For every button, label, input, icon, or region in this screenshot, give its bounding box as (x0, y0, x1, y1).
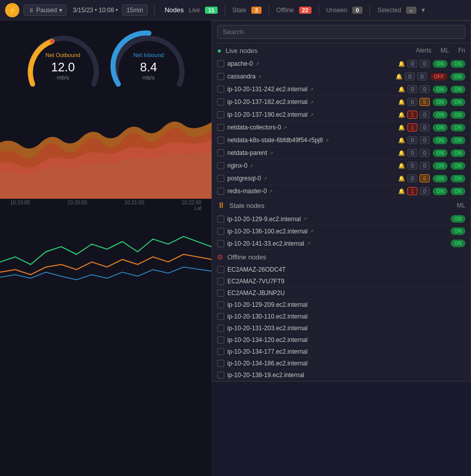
fn-toggle[interactable]: ON (451, 188, 465, 195)
node-row-netdata-parent[interactable]: netdata-parent ↗ 🔔 0 0 ON ON (212, 147, 470, 160)
node-checkbox-netdata-parent[interactable] (217, 149, 224, 156)
pause-icon: ⏸ (28, 7, 34, 14)
node-row-postgresql[interactable]: postgresql-0 ↗ 🔔 0 6 ON ON (212, 172, 470, 185)
ml-toggle[interactable]: ON (433, 175, 448, 182)
warn-count: 0 (407, 85, 417, 93)
gauge-2-number: 8.4 (134, 60, 164, 74)
node-checkbox-offline-8[interactable] (217, 348, 224, 355)
ml-toggle[interactable]: ON (433, 188, 448, 195)
ml-toggle[interactable]: ON (433, 111, 448, 119)
node-row-stale-2[interactable]: ip-10-20-136-100.ec2.internal ↗ ON (212, 225, 470, 237)
node-row-offline-7[interactable]: ip-10-20-134-120.ec2.internal (212, 334, 470, 346)
node-row-redis[interactable]: redis-master-0 ↗ 🔔 1 0 ON ON (212, 185, 470, 198)
node-checkbox-postgresql[interactable] (217, 175, 224, 182)
node-row-offline-1[interactable]: EC2AMAZ-26ODC4T (212, 264, 470, 276)
bell-icon: 🔔 (398, 61, 405, 67)
crit-count: 5 (420, 98, 430, 106)
node-checkbox-netdata-k8s[interactable] (217, 137, 224, 144)
fn-toggle[interactable]: ON (451, 111, 465, 119)
node-checkbox-stale-1[interactable] (217, 216, 224, 223)
fn-toggle-apache[interactable]: ON (451, 60, 465, 68)
node-checkbox-offline-5[interactable] (217, 313, 224, 320)
link-icon: ↗ (269, 150, 273, 156)
duration-button[interactable]: 15min (122, 5, 148, 16)
node-checkbox-nginx[interactable] (217, 162, 224, 169)
ml-toggle[interactable]: ON (433, 124, 448, 131)
bell-icon: 🔔 (398, 112, 405, 118)
node-name-redis: redis-master-0 ↗ (227, 188, 391, 195)
node-checkbox-ip-137-190[interactable] (217, 111, 224, 118)
fn-toggle-stale-3[interactable]: ON (451, 240, 465, 247)
search-input[interactable] (217, 25, 465, 39)
node-checkbox-apache[interactable] (217, 60, 224, 67)
fn-toggle[interactable]: ON (451, 162, 465, 170)
node-checkbox-redis[interactable] (217, 188, 224, 195)
node-row-offline-8[interactable]: ip-10-20-134-177.ec2.internal (212, 346, 470, 358)
node-row-nginx[interactable]: nginx-0 ↗ 🔔 0 0 ON ON (212, 160, 470, 172)
node-row-cassandra[interactable]: cassandra ↗ 🔔 0 0 OFF ON (212, 70, 470, 83)
node-row-ip-131-242[interactable]: ip-10-20-131-242.ec2.internal ↗ 🔔 0 0 ON… (212, 83, 470, 96)
fn-toggle[interactable]: ON (451, 137, 465, 144)
node-row-apache[interactable]: apache-0 ↗ 🔔 0 0 ON ON (212, 58, 470, 70)
node-checkbox-ip-137-182[interactable] (217, 98, 224, 105)
node-row-offline-6[interactable]: ip-10-20-131-203.ec2.internal (212, 323, 470, 334)
node-checkbox-offline-7[interactable] (217, 336, 224, 343)
node-name-cassandra: cassandra ↗ (227, 73, 388, 80)
node-checkbox-offline-6[interactable] (217, 325, 224, 332)
node-checkbox-offline-9[interactable] (217, 360, 224, 367)
ml-toggle[interactable]: ON (433, 137, 448, 144)
node-row-ip-137-182[interactable]: ip-10-20-137-182.ec2.internal ↗ 🔔 0 5 ON… (212, 96, 470, 109)
node-checkbox-offline-1[interactable] (217, 266, 224, 273)
node-row-netdata-k8s[interactable]: netdata-k8s-state-6bfdb49f54-r5pj8 ↗ 🔔 0… (212, 134, 470, 147)
nodes-dropdown[interactable]: ● Live nodes Alerts ML Fn apache-0 ↗ 🔔 0… (212, 20, 471, 382)
bottom-chart-svg (0, 221, 212, 282)
fn-toggle[interactable]: ON (451, 124, 465, 131)
fn-toggle[interactable]: ON (451, 86, 465, 93)
node-checkbox-stale-2[interactable] (217, 228, 224, 235)
node-checkbox-ip-131-242[interactable] (217, 86, 224, 93)
node-checkbox-offline-2[interactable] (217, 278, 224, 285)
logo-icon: ⚡ (8, 6, 17, 14)
node-checkbox-cassandra[interactable] (217, 73, 224, 80)
ml-toggle[interactable]: ON (433, 162, 448, 170)
node-checkbox-offline-10[interactable] (217, 372, 224, 379)
node-row-netdata-collectors[interactable]: netdata-collectors-0 ↗ 🔔 1 0 ON ON (212, 121, 470, 134)
paused-button[interactable]: ⏸ Paused ▾ (23, 5, 67, 16)
alert-badges-netdata-parent: 🔔 0 0 (394, 149, 430, 157)
main-layout: Net Outbound 12.0 mb/s Net Inbound 8.4 m… (0, 20, 471, 476)
node-name-offline-1: EC2AMAZ-26ODC4T (227, 266, 465, 273)
fn-toggle[interactable]: ON (451, 98, 465, 106)
duration-label: 15min (126, 7, 143, 14)
crit-count: 0 (420, 136, 430, 144)
node-row-offline-5[interactable]: ip-10-20-130-110.ec2.internal (212, 311, 470, 323)
ml-toggle-cassandra[interactable]: OFF (430, 73, 448, 81)
ml-toggle[interactable]: ON (433, 98, 448, 106)
node-row-ip-137-190[interactable]: ip-10-20-137-190.ec2.internal ↗ 🔔 1 0 ON… (212, 109, 470, 121)
node-row-stale-3[interactable]: ip-10-20-141-33.ec2.internal ↗ ON (212, 237, 470, 250)
link-icon: ↗ (306, 241, 310, 246)
stale-nodes-title: Stale nodes (229, 202, 265, 209)
ml-toggle[interactable]: ON (433, 149, 448, 157)
fn-toggle-cassandra[interactable]: ON (451, 73, 465, 81)
node-checkbox-netdata-collectors[interactable] (217, 124, 224, 131)
node-checkbox-offline-3[interactable] (217, 289, 224, 297)
fn-toggle-stale-1[interactable]: ON (451, 215, 465, 223)
node-checkbox-offline-4[interactable] (217, 301, 224, 308)
fn-toggle[interactable]: ON (451, 149, 465, 157)
paused-label: Paused (36, 7, 57, 14)
ml-toggle-apache[interactable]: ON (433, 60, 448, 68)
node-row-offline-4[interactable]: ip-10-20-129-209.ec2.internal (212, 299, 470, 311)
fn-toggle[interactable]: ON (451, 175, 465, 182)
node-row-stale-1[interactable]: ip-10-20-129-9.ec2.internal ↗ ON (212, 213, 470, 225)
warn-count: 0 (407, 162, 417, 170)
node-row-offline-2[interactable]: EC2AMAZ-7VU7FT9 (212, 276, 470, 287)
nodes-nav[interactable]: Nodes (165, 6, 184, 14)
ml-toggle[interactable]: ON (433, 86, 448, 93)
node-checkbox-stale-3[interactable] (217, 240, 224, 247)
node-row-offline-3[interactable]: EC2AMAZ-JBJNP2U (212, 287, 470, 299)
fn-toggle-stale-2[interactable]: ON (451, 227, 465, 235)
stale-label: Stale (232, 7, 246, 14)
node-row-offline-9[interactable]: ip-10-20-134-186.ec2.internal (212, 358, 470, 369)
node-name-apache: apache-0 ↗ (227, 60, 391, 67)
node-row-offline-10[interactable]: ip-10-20-138-19.ec2.internal (212, 369, 470, 381)
